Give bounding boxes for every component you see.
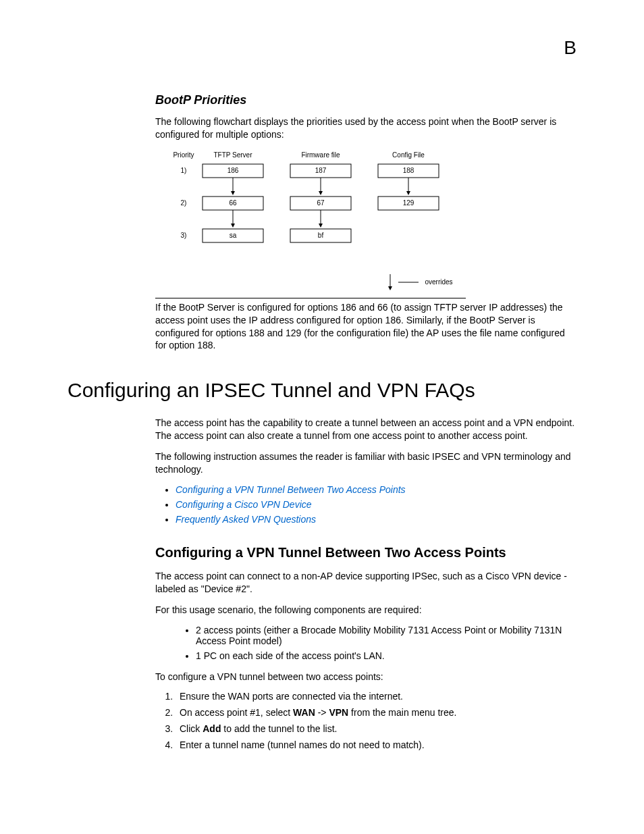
section-heading-bootp: BootP Priorities [155, 93, 576, 107]
step-2-text-a: On access point #1, select [180, 707, 293, 718]
link-faq-vpn[interactable]: Frequently Asked VPN Questions [176, 514, 316, 525]
priority-1: 1) [181, 167, 187, 174]
priority-2: 2) [181, 199, 187, 207]
link-vpn-tunnel-two-ap[interactable]: Configuring a VPN Tunnel Between Two Acc… [176, 484, 406, 495]
components-list: 2 access points (either a Brocade Mobili… [176, 625, 576, 661]
step-4: Enter a tunnel name (tunnel names do not… [176, 739, 576, 750]
cell-3b: bf [318, 232, 324, 239]
step-1: Ensure the WAN ports are connected via t… [176, 691, 576, 702]
svg-marker-6 [319, 191, 323, 195]
main-heading: Configuring an IPSEC Tunnel and VPN FAQs [68, 379, 576, 402]
col-config-label: Config File [392, 151, 425, 159]
link-cisco-vpn[interactable]: Configuring a Cisco VPN Device [176, 499, 312, 510]
intro2-paragraph: The access point has the capability to c… [155, 417, 576, 442]
svg-marker-8 [406, 191, 410, 195]
intro-paragraph: The following flowchart displays the pri… [155, 115, 576, 141]
cell-1b: 187 [315, 167, 327, 174]
list-item: Frequently Asked VPN Questions [176, 514, 576, 525]
add-bold: Add [203, 723, 221, 734]
cell-2c: 129 [403, 199, 414, 207]
priority-3: 3) [181, 232, 187, 239]
step-2: On access point #1, select WAN -> VPN fr… [176, 707, 576, 718]
svg-marker-4 [231, 191, 235, 195]
step-2-text-c: -> [315, 707, 329, 718]
toc-link-list: Configuring a VPN Tunnel Between Two Acc… [155, 484, 576, 525]
step-3-text-c: to add the tunnel to the list. [221, 723, 337, 734]
svg-marker-13 [231, 224, 235, 228]
step-2-text-e: from the main menu tree. [348, 707, 456, 718]
sub-heading: Configuring a VPN Tunnel Between Two Acc… [155, 545, 576, 561]
list-item: 1 PC on each side of the access point's … [196, 650, 576, 661]
col-priority-label: Priority [173, 151, 194, 159]
vpn-bold: VPN [329, 707, 348, 718]
cell-3a: sa [230, 232, 237, 239]
list-item: Configuring a Cisco VPN Device [176, 499, 576, 510]
sub-p2: For this usage scenario, the following c… [155, 604, 576, 617]
intro3-paragraph: The following instruction assumes the re… [155, 450, 576, 476]
svg-marker-15 [319, 224, 323, 228]
step-3: Click Add to add the tunnel to the list. [176, 723, 576, 734]
wan-bold: WAN [293, 707, 315, 718]
steps-list: Ensure the WAN ports are connected via t… [155, 691, 576, 750]
col-firmware-label: Firmware file [301, 151, 340, 159]
cell-1a: 186 [227, 167, 239, 174]
cell-2a: 66 [229, 199, 237, 207]
flowchart-figure: Priority TFTP Server Firmware file Confi… [155, 149, 466, 298]
svg-marker-19 [388, 286, 392, 290]
cell-2b: 67 [317, 199, 325, 207]
sub-p1: The access point can connect to a non-AP… [155, 570, 576, 596]
appendix-letter: B [564, 37, 576, 59]
col-tftp-label: TFTP Server [213, 151, 252, 159]
sub-p3: To configure a VPN tunnel between two ac… [155, 671, 576, 683]
step-3-text-a: Click [180, 723, 203, 734]
list-item: Configuring a VPN Tunnel Between Two Acc… [176, 484, 576, 495]
list-item: 2 access points (either a Brocade Mobili… [196, 625, 576, 646]
after-flowchart-paragraph: If the BootP Server is configured for op… [155, 301, 576, 353]
cell-1c: 188 [403, 167, 414, 174]
overrides-label: overrides [425, 278, 452, 286]
